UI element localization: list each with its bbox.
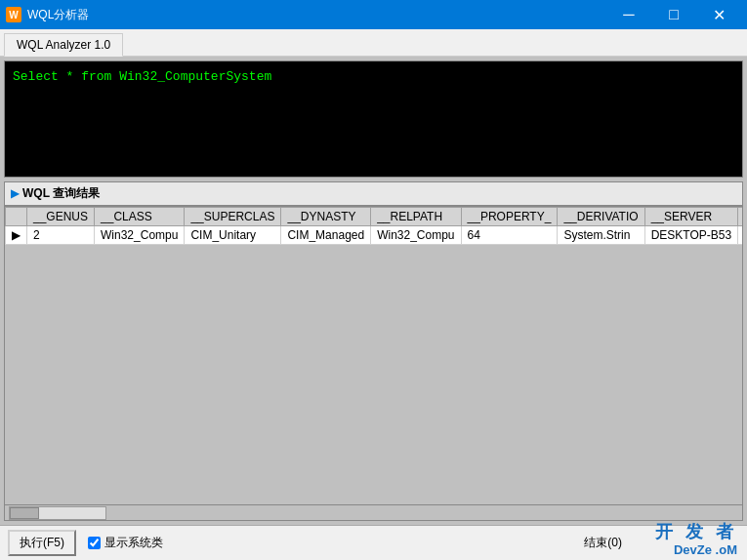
scrollbar-thumb[interactable] <box>10 507 39 519</box>
col-genus: __GENUS <box>27 208 95 226</box>
maximize-button[interactable]: □ <box>651 0 696 29</box>
col-derivation: __DERIVATIO <box>558 208 644 226</box>
cell-genus: 2 <box>27 226 95 245</box>
app-icon: W <box>6 7 21 22</box>
col-superclass: __SUPERCLAS <box>185 208 281 226</box>
results-section: ▶ WQL 查询结果 __GENUS __CLASS __SUPERCLAS _… <box>4 181 743 521</box>
query-text: Select * from Win32_ComputerSystem <box>13 69 271 84</box>
cell-property: 64 <box>461 226 558 245</box>
cell-relpath: Win32_Compu <box>371 226 461 245</box>
col-server: __SERVER <box>644 208 737 226</box>
results-title: WQL 查询结果 <box>22 185 100 202</box>
minimize-button[interactable]: ─ <box>606 0 651 29</box>
show-system-classes-label[interactable]: 显示系统类 <box>88 535 163 551</box>
table-header-row: __GENUS __CLASS __SUPERCLAS __DYNASTY __… <box>6 208 743 226</box>
cell-dynasty: CIM_Managed <box>281 226 371 245</box>
results-table-container[interactable]: __GENUS __CLASS __SUPERCLAS __DYNASTY __… <box>5 207 742 504</box>
execute-button[interactable]: 执行(F5) <box>8 530 76 556</box>
col-dynasty: __DYNASTY <box>281 208 371 226</box>
status-text: 结束(0) <box>584 535 622 551</box>
col-namespace: __NAMESPACE <box>738 208 742 226</box>
results-header: ▶ WQL 查询结果 <box>5 182 742 207</box>
cell-superclass: CIM_Unitary <box>185 226 281 245</box>
title-bar-left: W WQL分析器 <box>6 7 89 23</box>
close-button[interactable]: ✕ <box>696 0 741 29</box>
watermark-en: DevZe .oM <box>655 542 737 558</box>
checkbox-text: 显示系统类 <box>104 535 163 551</box>
col-relpath: __RELPATH <box>371 208 461 226</box>
table-row[interactable]: ▶2Win32_CompuCIM_UnitaryCIM_ManagedWin32… <box>6 226 743 245</box>
cell-class: Win32_Compu <box>95 226 185 245</box>
title-bar: W WQL分析器 ─ □ ✕ <box>0 0 747 29</box>
horizontal-scrollbar[interactable] <box>5 504 742 520</box>
cell-derivation: System.Strin <box>558 226 644 245</box>
cell-server: DESKTOP-B53 <box>644 226 737 245</box>
watermark: 开 发 者 DevZe .oM <box>655 522 737 558</box>
main-tab[interactable]: WQL Analyzer 1.0 <box>4 33 123 57</box>
col-class: __CLASS <box>95 208 185 226</box>
row-arrow: ▶ <box>6 226 27 245</box>
cell-namespace: root/cimv2 <box>738 226 742 245</box>
show-system-classes-checkbox[interactable] <box>88 537 101 549</box>
menu-bar: WQL Analyzer 1.0 <box>0 29 747 57</box>
window-controls: ─ □ ✕ <box>606 0 741 29</box>
scrollbar-track[interactable] <box>9 506 106 520</box>
watermark-cn: 开 发 者 <box>655 522 737 543</box>
query-editor[interactable]: Select * from Win32_ComputerSystem <box>4 60 743 178</box>
window-title: WQL分析器 <box>27 7 89 23</box>
col-indicator <box>6 208 27 226</box>
col-property: __PROPERTY_ <box>461 208 558 226</box>
main-content: Select * from Win32_ComputerSystem ▶ WQL… <box>0 57 747 525</box>
results-icon: ▶ <box>11 187 19 200</box>
bottom-bar: 执行(F5) 显示系统类 结束(0) 开 发 者 DevZe .oM <box>0 525 747 560</box>
results-table: __GENUS __CLASS __SUPERCLAS __DYNASTY __… <box>5 207 742 245</box>
